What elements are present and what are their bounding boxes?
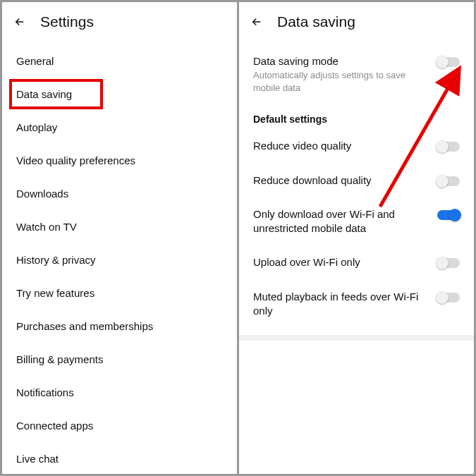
- upload-wifi-only-label: Upload over Wi-Fi only: [253, 255, 429, 269]
- settings-item-purchases-memberships[interactable]: Purchases and memberships: [16, 310, 223, 343]
- data-saving-title: Data saving: [277, 13, 355, 30]
- settings-list: General Data saving Autoplay Video quali…: [2, 44, 237, 454]
- reduce-download-quality-label: Reduce download quality: [253, 173, 429, 188]
- settings-item-general[interactable]: General: [16, 44, 223, 78]
- back-arrow-icon[interactable]: [13, 16, 26, 28]
- settings-header: Settings: [2, 2, 237, 44]
- data-saving-mode-label: Data saving mode: [253, 54, 429, 68]
- only-wifi-download-label: Only download over Wi-Fi and unrestricte…: [253, 207, 429, 236]
- settings-panel: Settings General Data saving Autoplay Vi…: [2, 2, 237, 474]
- data-saving-mode-sub: Automatically adjusts settings to save m…: [253, 69, 429, 94]
- settings-item-label: Data saving: [16, 88, 72, 100]
- bottom-divider: [239, 335, 474, 341]
- muted-playback-wifi-row[interactable]: Muted playback in feeds over Wi-Fi only: [239, 280, 474, 329]
- upload-wifi-only-row[interactable]: Upload over Wi-Fi only: [239, 245, 474, 279]
- settings-item-notifications[interactable]: Notifications: [16, 376, 223, 409]
- back-arrow-icon[interactable]: [250, 16, 263, 28]
- default-settings-header: Default settings: [239, 104, 474, 129]
- settings-item-live-chat[interactable]: Live chat: [16, 442, 223, 474]
- data-saving-mode-text: Data saving mode Automatically adjusts s…: [253, 54, 429, 94]
- settings-item-history-privacy[interactable]: History & privacy: [16, 243, 223, 276]
- settings-item-video-quality[interactable]: Video quality preferences: [16, 144, 223, 177]
- settings-item-downloads[interactable]: Downloads: [16, 177, 223, 210]
- settings-item-watch-on-tv[interactable]: Watch on TV: [16, 210, 223, 243]
- reduce-video-quality-label: Reduce video quality: [253, 139, 429, 153]
- settings-title: Settings: [40, 13, 94, 30]
- reduce-download-quality-toggle[interactable]: [437, 176, 460, 186]
- data-saving-mode-toggle[interactable]: [437, 57, 460, 67]
- only-wifi-download-row[interactable]: Only download over Wi-Fi and unrestricte…: [239, 197, 474, 246]
- muted-playback-wifi-toggle[interactable]: [437, 293, 460, 303]
- data-saving-header: Data saving: [239, 2, 474, 44]
- data-saving-panel: Data saving Data saving mode Automatical…: [239, 2, 474, 474]
- muted-playback-wifi-label: Muted playback in feeds over Wi-Fi only: [253, 290, 429, 319]
- settings-item-billing-payments[interactable]: Billing & payments: [16, 343, 223, 376]
- settings-item-try-new-features[interactable]: Try new features: [16, 276, 223, 310]
- only-wifi-download-toggle[interactable]: [437, 210, 460, 220]
- reduce-video-quality-row[interactable]: Reduce video quality: [239, 129, 474, 163]
- settings-item-autoplay[interactable]: Autoplay: [16, 111, 223, 144]
- settings-item-connected-apps[interactable]: Connected apps: [16, 409, 223, 442]
- reduce-video-quality-toggle[interactable]: [437, 142, 460, 152]
- data-saving-mode-row[interactable]: Data saving mode Automatically adjusts s…: [239, 44, 474, 104]
- screenshot-container: Settings General Data saving Autoplay Vi…: [0, 0, 476, 476]
- upload-wifi-only-toggle[interactable]: [437, 258, 460, 268]
- reduce-download-quality-row[interactable]: Reduce download quality: [239, 164, 474, 197]
- settings-item-data-saving[interactable]: Data saving: [16, 78, 223, 111]
